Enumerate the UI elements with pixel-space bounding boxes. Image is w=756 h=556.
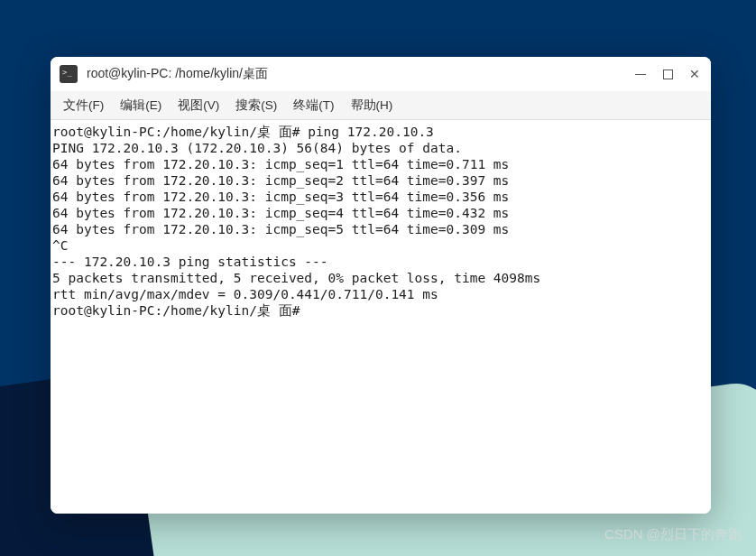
terminal-output[interactable]: root@kylin-PC:/home/kylin/桌 面# ping 172.… [51,120,711,514]
minimize-icon [635,74,646,75]
terminal-window: root@kylin-PC: /home/kylin/桌面 ✕ 文件(F) 编辑… [51,57,711,514]
menu-search[interactable]: 搜索(S) [228,94,284,117]
close-icon: ✕ [689,68,700,80]
menu-terminal[interactable]: 终端(T) [286,94,341,117]
menu-file[interactable]: 文件(F) [56,94,111,117]
menu-edit[interactable]: 编辑(E) [113,94,169,117]
window-title: root@kylin-PC: /home/kylin/桌面 [87,66,633,82]
watermark: CSDN @烈日下的奔跑 [604,526,742,543]
menubar: 文件(F) 编辑(E) 视图(V) 搜索(S) 终端(T) 帮助(H) [51,91,711,120]
menu-view[interactable]: 视图(V) [171,94,226,117]
close-button[interactable]: ✕ [687,67,702,81]
window-controls: ✕ [633,67,702,81]
minimize-button[interactable] [633,67,648,81]
titlebar[interactable]: root@kylin-PC: /home/kylin/桌面 ✕ [51,57,711,91]
menu-help[interactable]: 帮助(H) [344,94,401,117]
maximize-button[interactable] [660,67,675,81]
terminal-app-icon [60,65,78,83]
maximize-icon [663,70,673,79]
